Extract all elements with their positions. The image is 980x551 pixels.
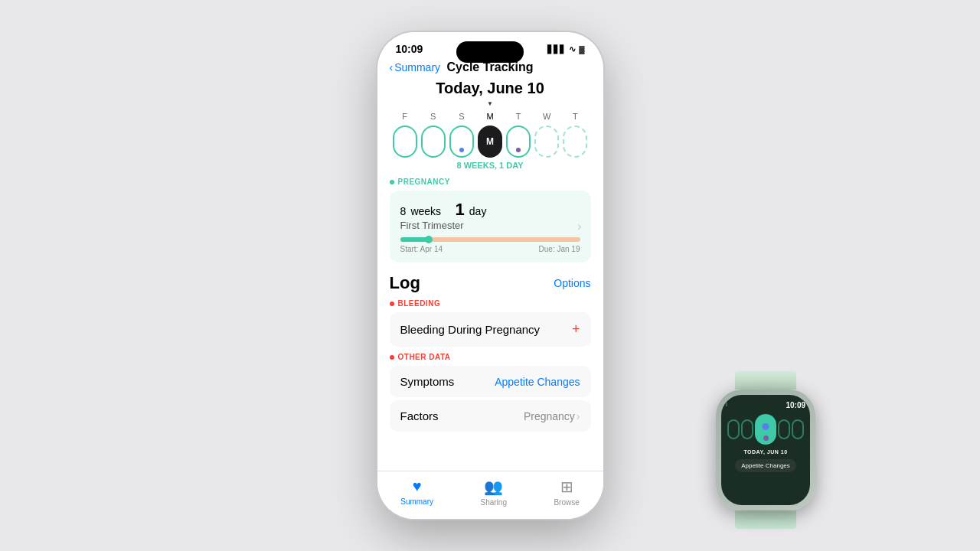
day-label-m: M [478, 112, 502, 121]
watch-bubble-4 [792, 419, 804, 439]
pregnancy-trimester: First Trimester [400, 220, 580, 231]
watch-bubble-2 [741, 419, 753, 439]
apple-watch: i 10:09 TODAY, JUN 10 [701, 371, 831, 524]
pregnancy-weeks: 8 weeks 1 day [400, 200, 580, 220]
today-indicator: ▼ [390, 100, 591, 107]
watch-dot-blue [763, 423, 769, 430]
tab-browse-label: Browse [554, 498, 579, 507]
cal-bubble-6[interactable] [563, 126, 587, 158]
watch-bubble-active [755, 414, 776, 445]
symptoms-value: Appetite Changes [495, 376, 580, 388]
factors-chevron-icon: › [577, 410, 580, 422]
factors-row[interactable]: Factors Pregnancy › [390, 400, 591, 432]
bleeding-item-label: Bleeding During Pregnancy [400, 323, 541, 336]
log-title: Log [390, 273, 420, 293]
weeks-number: 8 [400, 205, 407, 217]
due-date: Due: Jan 19 [539, 245, 580, 253]
calendar-bubbles[interactable]: M [390, 126, 591, 158]
calendar-day-labels: F S S M T W T [390, 112, 591, 121]
back-label[interactable]: Summary [394, 61, 440, 73]
pregnancy-card[interactable]: 8 weeks 1 day First Trimester Start: Apr… [390, 191, 591, 262]
status-time: 10:09 [396, 43, 423, 55]
watch-date: TODAY, JUN 10 [743, 449, 787, 455]
watch-band-bottom [735, 510, 796, 529]
tab-browse[interactable]: ⊞ Browse [554, 478, 579, 507]
cal-bubble-1[interactable] [393, 126, 417, 158]
watch-screen: i 10:09 TODAY, JUN 10 [721, 395, 810, 505]
watch-band-top [735, 371, 796, 390]
back-chevron-icon: ‹ [390, 61, 394, 73]
bleeding-row[interactable]: Bleeding During Pregnancy + [390, 312, 591, 347]
pregnancy-card-chevron: › [577, 220, 581, 233]
other-data-dot [390, 355, 394, 360]
day-label-t2: T [563, 112, 587, 121]
pregnancy-label-text: PREGNANCY [398, 178, 450, 186]
symptoms-label: Symptoms [400, 375, 455, 388]
days-number: 1 [455, 200, 464, 219]
pregnancy-progress-bar [400, 237, 580, 242]
cal-bubble-5[interactable] [534, 126, 559, 158]
main-content: Today, June 10 ▼ F S S M T W T M [377, 80, 603, 433]
pregnancy-progress-dot [425, 236, 433, 243]
watch-cycle-bubbles [727, 414, 804, 445]
watch-dot-purple [763, 435, 769, 441]
tab-bar: ♥ Summary 👥 Sharing ⊞ Browse [377, 471, 603, 519]
pregnancy-progress-fill [400, 237, 427, 242]
today-header: Today, June 10 [390, 80, 591, 97]
factors-label: Factors [400, 409, 439, 422]
weeks-text: weeks [410, 205, 441, 217]
tab-sharing-label: Sharing [480, 498, 506, 507]
bleeding-label-text: BLEEDING [398, 299, 441, 308]
bleeding-section-label: BLEEDING [390, 299, 591, 308]
tab-sharing[interactable]: 👥 Sharing [480, 478, 506, 507]
bleeding-dot [390, 302, 394, 306]
iphone-device: 10:09 ▋▋▋ ∿ ▓ ‹ Summary Cycle Tracking T… [377, 32, 603, 519]
bleeding-add-button[interactable]: + [572, 321, 580, 337]
watch-bubble-3 [778, 419, 790, 439]
log-options-button[interactable]: Options [554, 277, 590, 289]
day-label-t1: T [506, 112, 531, 121]
symptoms-row[interactable]: Symptoms Appetite Changes [390, 366, 591, 397]
watch-body: i 10:09 TODAY, JUN 10 [716, 390, 815, 510]
factors-value: Pregnancy [524, 410, 575, 422]
pregnancy-dates: Start: Apr 14 Due: Jan 19 [400, 245, 580, 253]
weeks-label: 8 WEEKS, 1 DAY [390, 161, 591, 170]
tab-summary[interactable]: ♥ Summary [400, 478, 433, 507]
other-data-section-label: OTHER DATA [390, 353, 591, 361]
pregnancy-section-label: PREGNANCY [390, 178, 591, 186]
dynamic-island [456, 41, 524, 63]
day-label-f: F [393, 112, 417, 121]
other-data-label-text: OTHER DATA [398, 353, 451, 361]
battery-icon: ▓ [579, 45, 584, 54]
watch-time: 10:09 [786, 401, 805, 409]
browse-icon: ⊞ [560, 478, 573, 496]
watch-info-icon: i [726, 401, 727, 409]
watch-status-bar: i 10:09 [726, 401, 805, 409]
watch-bubble-1 [727, 419, 740, 439]
pregnancy-dot [390, 180, 394, 184]
cal-bubble-today[interactable]: M [478, 126, 502, 158]
day-label-s2: S [449, 112, 474, 121]
start-date: Start: Apr 14 [400, 245, 443, 253]
cal-bubble-3[interactable] [449, 126, 474, 158]
tab-summary-label: Summary [400, 497, 433, 506]
day-label-s1: S [421, 112, 446, 121]
signal-icon: ▋▋▋ [547, 45, 566, 54]
days-text: day [469, 205, 487, 217]
day-label-w: W [534, 112, 559, 121]
heart-icon: ♥ [413, 478, 422, 495]
cal-bubble-4[interactable] [506, 126, 531, 158]
watch-pill: Appetite Changes [735, 459, 796, 472]
sharing-icon: 👥 [484, 478, 503, 496]
status-icons: ▋▋▋ ∿ ▓ [547, 44, 584, 54]
scene: 10:09 ▋▋▋ ∿ ▓ ‹ Summary Cycle Tracking T… [0, 0, 980, 551]
iphone-screen: 10:09 ▋▋▋ ∿ ▓ ‹ Summary Cycle Tracking T… [377, 32, 603, 519]
log-header: Log Options [390, 273, 591, 293]
back-button[interactable]: ‹ Summary [390, 61, 441, 73]
wifi-icon: ∿ [569, 44, 576, 54]
cal-bubble-2[interactable] [421, 126, 446, 158]
